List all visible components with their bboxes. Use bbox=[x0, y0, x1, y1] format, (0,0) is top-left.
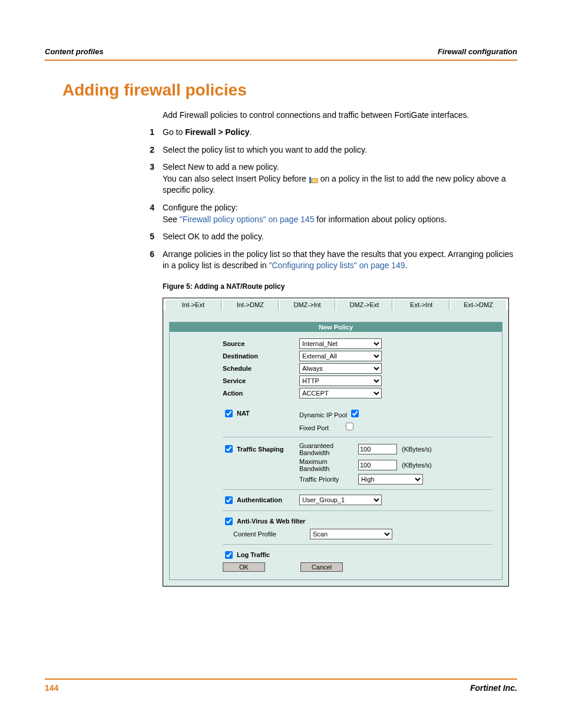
svg-rect-1 bbox=[309, 177, 311, 183]
tab-dmz-ext[interactable]: DMZ->Ext bbox=[336, 299, 392, 310]
guaranteed-bw-input[interactable] bbox=[358, 444, 397, 454]
schedule-select[interactable]: Always bbox=[299, 363, 382, 374]
step-3: Select New to add a new policy. You can … bbox=[163, 162, 517, 196]
step-1: Go to Firewall > Policy. bbox=[163, 127, 517, 139]
header-left: Content profiles bbox=[45, 47, 104, 56]
max-bw-label: Maximum Bandwidth bbox=[299, 458, 358, 472]
cancel-button[interactable]: Cancel bbox=[300, 562, 343, 572]
policy-options-link[interactable]: "Firewall policy options" on page 145 bbox=[180, 215, 315, 224]
av-label: Anti-Virus & Web filter bbox=[237, 518, 305, 525]
page-footer: 144 Fortinet Inc. bbox=[45, 678, 517, 693]
max-bw-input[interactable] bbox=[358, 460, 397, 470]
traffic-shaping-checkbox[interactable] bbox=[225, 445, 233, 453]
content-profile-label: Content Profile bbox=[223, 531, 310, 538]
step-4: Configure the policy: See "Firewall poli… bbox=[163, 202, 517, 225]
step-5: Select OK to add the policy. bbox=[163, 231, 517, 243]
auth-label: Authentication bbox=[237, 496, 282, 503]
guaranteed-bw-unit: (KBytes/s) bbox=[402, 446, 432, 453]
page-number: 144 bbox=[45, 683, 58, 693]
insert-policy-icon bbox=[309, 176, 318, 183]
av-checkbox[interactable] bbox=[225, 518, 233, 525]
dynip-checkbox[interactable] bbox=[351, 410, 359, 417]
action-label: Action bbox=[223, 390, 299, 397]
step-2: Select the policy list to which you want… bbox=[163, 144, 517, 156]
policy-tabs: Int->Ext Int->DMZ DMZ->Int DMZ->Ext Ext-… bbox=[163, 298, 508, 310]
source-select[interactable]: Internal_Net bbox=[299, 338, 382, 349]
figure-5: Int->Ext Int->DMZ DMZ->Int DMZ->Ext Ext-… bbox=[163, 298, 509, 587]
company-name: Fortinet Inc. bbox=[470, 683, 517, 693]
service-label: Service bbox=[223, 377, 299, 384]
nat-label: NAT bbox=[237, 410, 250, 417]
svg-rect-0 bbox=[312, 179, 318, 183]
schedule-label: Schedule bbox=[223, 365, 299, 372]
content-profile-select[interactable]: Scan bbox=[310, 529, 392, 539]
tab-int-ext[interactable]: Int->Ext bbox=[166, 299, 222, 310]
intro-text: Add Firewall policies to control connect… bbox=[163, 110, 517, 120]
policy-lists-link[interactable]: "Configuring policy lists" on page 149 bbox=[269, 261, 405, 270]
service-select[interactable]: HTTP bbox=[299, 375, 382, 386]
tab-int-dmz[interactable]: Int->DMZ bbox=[223, 299, 279, 310]
header-right: Firewall configuration bbox=[438, 47, 517, 56]
tab-dmz-int[interactable]: DMZ->Int bbox=[280, 299, 336, 310]
destination-select[interactable]: External_All bbox=[299, 351, 382, 361]
nat-checkbox[interactable] bbox=[225, 410, 233, 417]
log-traffic-label: Log Traffic bbox=[237, 551, 270, 558]
dynip-label: Dynamic IP Pool bbox=[299, 411, 347, 419]
page-header: Content profiles Firewall configuration bbox=[45, 47, 517, 61]
form-title: New Policy bbox=[170, 322, 502, 332]
figure-caption: Figure 5: Adding a NAT/Route policy bbox=[163, 282, 517, 291]
tab-ext-int[interactable]: Ext->Int bbox=[394, 299, 449, 310]
step-list: Go to Firewall > Policy. Select the poli… bbox=[45, 127, 517, 272]
auth-checkbox[interactable] bbox=[225, 496, 233, 504]
source-label: Source bbox=[223, 340, 299, 347]
fixedport-checkbox[interactable] bbox=[346, 423, 353, 430]
page-title: Adding firewall policies bbox=[62, 81, 517, 100]
fixedport-label: Fixed Port bbox=[299, 424, 329, 431]
action-select[interactable]: ACCEPT bbox=[299, 388, 382, 398]
tab-ext-dmz[interactable]: Ext->DMZ bbox=[451, 299, 506, 310]
destination-label: Destination bbox=[223, 353, 299, 360]
step-6: Arrange policies in the policy list so t… bbox=[163, 249, 517, 272]
auth-select[interactable]: User_Group_1 bbox=[299, 495, 382, 505]
log-traffic-checkbox[interactable] bbox=[225, 551, 233, 559]
traffic-priority-label: Traffic Priority bbox=[299, 476, 358, 483]
traffic-priority-select[interactable]: High bbox=[358, 474, 423, 485]
traffic-shaping-label: Traffic Shaping bbox=[237, 446, 283, 453]
guaranteed-bw-label: Guaranteed Bandwidth bbox=[299, 442, 358, 456]
ok-button[interactable]: OK bbox=[223, 562, 265, 572]
max-bw-unit: (KBytes/s) bbox=[402, 462, 432, 469]
